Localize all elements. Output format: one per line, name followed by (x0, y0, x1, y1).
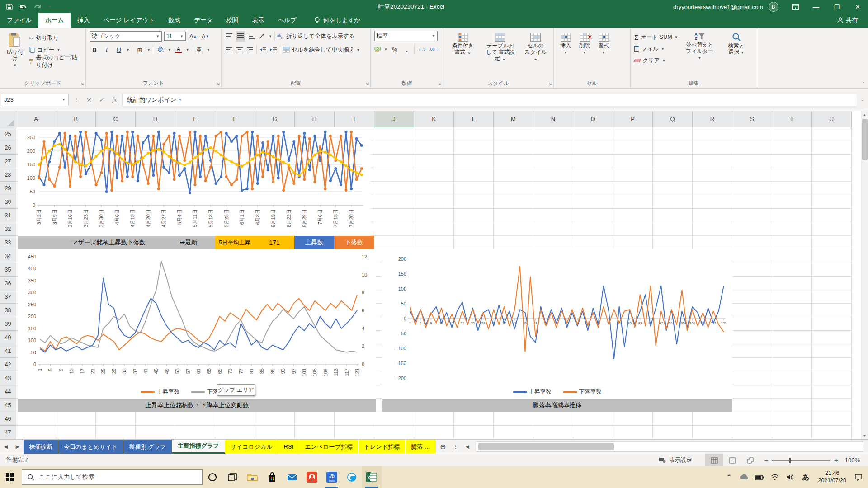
number-dialog-launcher[interactable]: ⇲ (438, 82, 441, 86)
ribbon-tab-挿入[interactable]: 挿入 (71, 13, 96, 28)
row-header-28[interactable]: 28 (0, 168, 16, 182)
customize-qat-icon[interactable]: ▼ (48, 5, 52, 9)
paste-button[interactable]: 貼り付け ▼ (4, 31, 26, 69)
column-header-G[interactable]: G (255, 111, 295, 127)
row-header-35[interactable]: 35 (0, 263, 16, 277)
collapse-ribbon-icon[interactable]: ⌃ (862, 81, 865, 86)
clock[interactable]: 21:46 2021/07/20 (814, 470, 850, 484)
cell-styles-button[interactable]: セルの スタイル ⌄ (521, 31, 550, 63)
hscroll-left-icon[interactable]: ◀ (462, 440, 473, 454)
styles-dialog-launcher[interactable]: ⇲ (548, 82, 552, 86)
new-sheet-button[interactable]: ⊕ (436, 440, 450, 454)
row-header-30[interactable]: 30 (0, 195, 16, 209)
column-header-H[interactable]: H (295, 111, 335, 127)
formula-input[interactable]: 統計的ワンポイント (122, 94, 857, 106)
sheet-tab-騰落 …[interactable]: 騰落 … (406, 440, 436, 454)
ribbon-tab-数式[interactable]: 数式 (161, 13, 187, 28)
align-right-icon[interactable] (246, 46, 254, 53)
find-select-button[interactable]: 検索と選択 ▼ (722, 31, 751, 57)
ribbon-tab-ページ レイアウト[interactable]: ページ レイアウト (96, 13, 161, 28)
row-header-25[interactable]: 25 (0, 127, 16, 141)
rate-banner-row[interactable]: 騰落率増減率推移 (382, 399, 732, 412)
start-button[interactable] (0, 466, 20, 488)
ribbon-tab-データ[interactable]: データ (187, 13, 219, 28)
column-header-P[interactable]: P (613, 111, 653, 127)
row-header-40[interactable]: 40 (0, 331, 16, 344)
row-header-26[interactable]: 26 (0, 141, 16, 155)
sheet-tab-サイコロジカル[interactable]: サイコロジカル (225, 440, 278, 454)
row-header-44[interactable]: 44 (0, 385, 16, 399)
horizontal-scrollbar[interactable] (476, 441, 863, 452)
column-header-E[interactable]: E (175, 111, 215, 127)
ribbon-display-options-icon[interactable] (785, 0, 806, 14)
insert-cells-button[interactable]: 挿入▼ (557, 31, 574, 56)
page-break-view-icon[interactable] (741, 454, 760, 467)
percent-style-button[interactable]: % (390, 44, 400, 54)
wifi-icon[interactable] (768, 466, 782, 488)
row-header-39[interactable]: 39 (0, 317, 16, 331)
taskbar-search-input[interactable]: ここに入力して検索 (22, 469, 203, 485)
align-middle-icon[interactable] (236, 31, 245, 42)
clipboard-dialog-launcher[interactable]: ⇲ (80, 82, 84, 86)
column-header-O[interactable]: O (573, 111, 613, 127)
zoom-level[interactable]: 100% (843, 457, 868, 464)
battery-icon[interactable] (753, 466, 766, 488)
expand-formula-bar-icon[interactable]: ⌄ (857, 98, 868, 102)
minimize-button[interactable]: — (806, 0, 826, 14)
number-format-select[interactable]: 標準▼ (374, 31, 438, 41)
fill-button[interactable]: ↓フィル▼ (634, 43, 678, 54)
maximize-button[interactable]: ❐ (826, 0, 847, 14)
microsoft-store-icon[interactable] (262, 466, 282, 488)
wrap-text-button[interactable]: ab 折り返して全体を表示する (277, 31, 355, 42)
increase-decimal-button[interactable]: ←.0 (417, 44, 427, 54)
gainers-line-chart[interactable]: 0501001502002503003504004500246810121591… (18, 249, 376, 399)
sheet-tab-今日のまとめサイト[interactable]: 今日のまとめサイト (58, 440, 123, 454)
zoom-slider[interactable]: − + (764, 456, 838, 464)
zoom-in-icon[interactable]: + (834, 456, 838, 464)
mail-icon[interactable] (282, 466, 302, 488)
ribbon-tab-校閲[interactable]: 校閲 (220, 13, 245, 28)
name-box[interactable]: J23▼ (1, 94, 69, 106)
italic-button[interactable]: I (102, 45, 112, 55)
gainers-banner-row[interactable]: 上昇率上位銘柄数・下降率上位変動数 (18, 399, 376, 412)
task-view-icon[interactable] (222, 466, 242, 488)
column-header-J[interactable]: J (374, 111, 414, 127)
column-header-U[interactable]: U (812, 111, 852, 127)
row-header-43[interactable]: 43 (0, 371, 16, 385)
file-explorer-icon[interactable] (242, 466, 262, 488)
sheet-tab-株価診断[interactable]: 株価診断 (24, 440, 58, 454)
align-left-icon[interactable] (225, 46, 233, 53)
action-center-icon[interactable] (852, 466, 865, 488)
account-avatar[interactable]: D (769, 2, 778, 12)
edge-icon[interactable] (342, 466, 362, 488)
row-header-27[interactable]: 27 (0, 155, 16, 168)
sheet-tab-主要指標グラフ[interactable]: 主要指標グラフ (172, 440, 225, 454)
ribbon-tab-表示[interactable]: 表示 (245, 13, 271, 28)
column-header-R[interactable]: R (693, 111, 732, 127)
page-layout-view-icon[interactable] (723, 454, 741, 467)
column-header-I[interactable]: I (335, 111, 374, 127)
comma-style-button[interactable]: , (402, 44, 412, 54)
share-button[interactable]: 共有 (831, 13, 868, 28)
format-cells-button[interactable]: 書式▼ (595, 31, 612, 56)
underline-button[interactable]: U (114, 45, 124, 55)
tab-scroll-right-icon[interactable]: ▶ (12, 440, 24, 454)
sort-filter-button[interactable]: AZ 並べ替えとフィルター ▼ (681, 31, 719, 62)
ribbon-tab-ホーム[interactable]: ホーム (38, 13, 71, 28)
row-header-32[interactable]: 32 (0, 222, 16, 236)
sheet-tab-RSI[interactable]: RSI (278, 440, 300, 454)
cut-button[interactable]: ✂切り取り (29, 33, 82, 43)
column-header-L[interactable]: L (454, 111, 494, 127)
font-dialog-launcher[interactable]: ⇲ (216, 82, 220, 86)
row-header-45[interactable]: 45 (0, 399, 16, 412)
borders-button[interactable]: ⊞ (135, 45, 145, 55)
paste-dropdown[interactable]: ▼ (13, 63, 17, 67)
font-size-select[interactable]: 11▼ (164, 32, 186, 41)
ribbon-tab-ヘルプ[interactable]: ヘルプ (271, 13, 303, 28)
normal-view-icon[interactable] (705, 454, 723, 467)
row-header-47[interactable]: 47 (0, 426, 16, 439)
column-header-F[interactable]: F (215, 111, 255, 127)
save-icon[interactable] (6, 4, 13, 10)
undo-icon[interactable] (19, 4, 27, 10)
column-header-S[interactable]: S (732, 111, 772, 127)
